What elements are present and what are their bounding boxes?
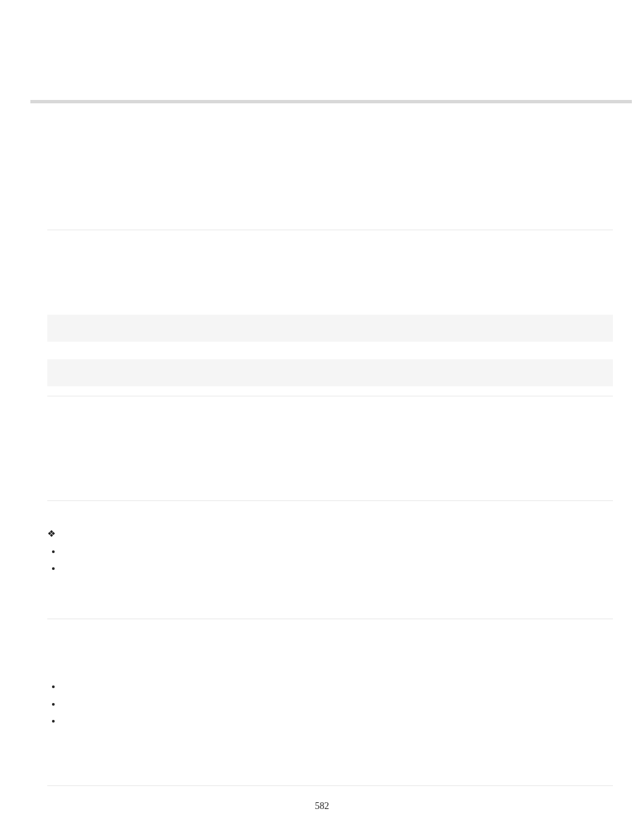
bullet-icon bbox=[52, 703, 55, 706]
bullet-icon bbox=[52, 720, 55, 723]
section-rule bbox=[30, 100, 632, 103]
bullet-icon bbox=[52, 550, 55, 553]
diamond-icon: ❖ bbox=[47, 528, 56, 540]
divider bbox=[47, 500, 613, 501]
bullet-icon bbox=[52, 685, 55, 688]
code-block bbox=[47, 315, 613, 342]
divider bbox=[47, 396, 613, 396]
divider bbox=[47, 785, 613, 786]
page-number: 582 bbox=[0, 801, 644, 812]
bullet-icon bbox=[52, 567, 55, 570]
divider bbox=[47, 230, 613, 230]
divider bbox=[47, 619, 613, 619]
code-block bbox=[47, 359, 613, 386]
